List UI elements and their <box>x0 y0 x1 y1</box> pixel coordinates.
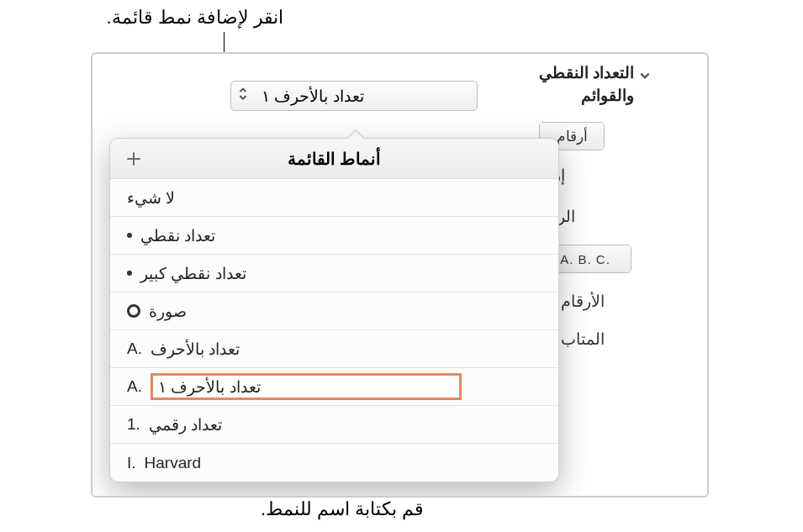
style-label: تعداد رقمي <box>149 415 222 435</box>
style-name-input[interactable]: تعداد بالأحرف ١ <box>151 373 462 400</box>
style-marker: 1. <box>127 415 140 434</box>
style-name-input-value: تعداد بالأحرف ١ <box>158 377 261 397</box>
style-item-numbered[interactable]: تعداد رقمي 1. <box>110 406 558 444</box>
style-item-image[interactable]: صورة <box>110 292 558 330</box>
style-marker: I. <box>127 454 136 472</box>
indent-label: إزاح <box>539 166 697 185</box>
style-marker: A. <box>127 340 142 358</box>
image-bullet-icon <box>127 304 140 318</box>
style-list: لا شيء تعداد نقطي تعداد نقطي كبير صورة ت… <box>110 179 558 482</box>
style-label: تعداد نقطي كبير <box>140 264 246 283</box>
style-item-bullet-big[interactable]: تعداد نقطي كبير <box>110 255 558 292</box>
style-label: تعداد بالأحرف <box>151 340 240 359</box>
list-style-dropdown[interactable]: تعداد بالأحرف ١ <box>230 81 478 111</box>
style-item-lettered[interactable]: تعداد بالأحرف A. <box>110 330 558 368</box>
section-title-l1: التعداد النقطي <box>539 62 634 85</box>
callout-type-name: قم بكتابة اسم للنمط. <box>261 498 424 520</box>
add-style-button[interactable] <box>122 147 145 171</box>
style-item-none[interactable]: لا شيء <box>110 179 558 217</box>
style-label: Harvard <box>145 454 202 472</box>
popover-title: أنماط القائمة <box>288 149 382 169</box>
style-label: لا شيء <box>127 188 175 208</box>
style-item-harvard[interactable]: Harvard I. <box>110 444 558 482</box>
list-styles-popover: أنماط القائمة لا شيء تعداد نقطي تعداد نق… <box>109 138 559 482</box>
bullet-icon <box>127 233 132 238</box>
style-item-bullet[interactable]: تعداد نقطي <box>110 217 558 255</box>
inspector-panel: التعداد النقطي والقوائم أرقام إزاح الرقم… <box>91 52 709 498</box>
continue-label: المتاب <box>561 329 605 349</box>
section-title: التعداد النقطي والقوائم <box>539 62 634 107</box>
format-sidebar: التعداد النقطي والقوائم أرقام إزاح الرقم… <box>539 54 707 496</box>
style-label: تعداد نقطي <box>140 226 215 245</box>
callout-add-style: انقر لإضافة نمط قائمة. <box>107 7 283 29</box>
updown-icon <box>238 86 248 106</box>
style-marker: A. <box>127 377 142 396</box>
style-item-lettered-1[interactable]: تعداد بالأحرف ١ A. <box>110 368 558 406</box>
style-label: صورة <box>149 302 187 321</box>
bullet-icon <box>127 271 132 276</box>
popover-header: أنماط القائمة <box>110 139 558 179</box>
chevron-down-icon[interactable] <box>639 67 651 79</box>
dropdown-value: تعداد بالأحرف ١ <box>262 87 364 106</box>
section-title-l2: والقوائم <box>539 85 634 108</box>
tiered-label: الأرقام <box>561 292 605 311</box>
number-label: الرقم <box>539 207 697 226</box>
